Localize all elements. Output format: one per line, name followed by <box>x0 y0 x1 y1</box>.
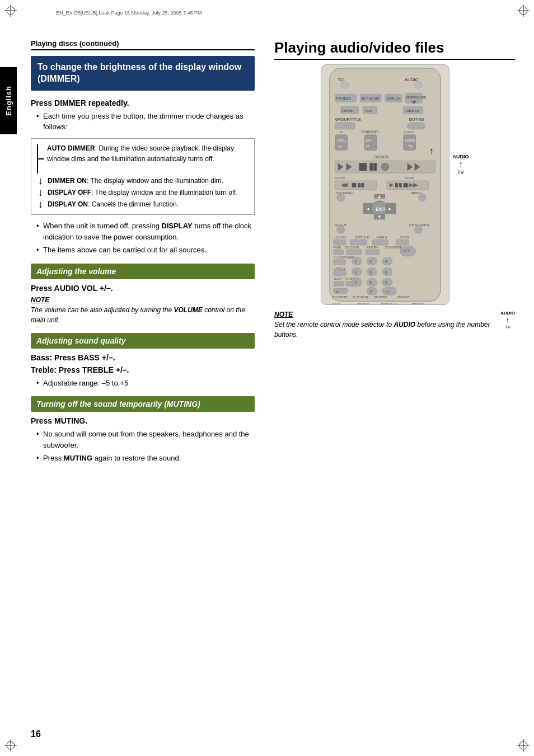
svg-text:SCAN MODE: SCAN MODE <box>385 246 402 249</box>
svg-text:9: 9 <box>385 280 387 284</box>
svg-text:PAGE: PAGE <box>333 246 341 249</box>
reg-mark-br <box>517 739 530 752</box>
svg-text:◄: ◄ <box>366 206 370 212</box>
svg-text:VOL: VOL <box>336 138 345 143</box>
dimmer-bullet-1: Each time you press the button, the dimm… <box>36 111 255 133</box>
svg-text:FM/AM: FM/AM <box>341 109 352 112</box>
svg-text:CHANNEL: CHANNEL <box>361 130 380 134</box>
svg-rect-64 <box>358 183 360 187</box>
muting-bullet-1: No sound will come out from the speakers… <box>36 429 255 450</box>
svg-text:DIMMER: DIMMER <box>405 109 419 112</box>
svg-text:AUX: AUX <box>365 109 372 112</box>
svg-text:CANCEL: CANCEL <box>333 267 345 270</box>
note-heading-1: NOTE <box>31 296 255 304</box>
svg-rect-126 <box>333 281 343 286</box>
page-number: 16 <box>31 729 41 739</box>
dimmer-flow-box: AUTO DIMMER: During the video source pla… <box>31 138 255 215</box>
svg-text:3D PHONIC: 3D PHONIC <box>361 97 380 100</box>
svg-text:7: 7 <box>354 280 357 284</box>
svg-rect-118 <box>352 268 362 276</box>
svg-rect-132 <box>382 279 392 287</box>
svg-text:TV/VIDEO: TV/VIDEO <box>335 97 351 100</box>
dimmer-on-text: DIMMER ON: The display window and the il… <box>48 176 249 186</box>
remote-control-svg: TV AUDIO TV/VIDEO 3D PHONIC DISPLAY OPEN… <box>321 64 449 305</box>
right-note-text: Set the remote control mode selector to … <box>274 320 495 340</box>
blue-box: To change the brightness of the display … <box>31 56 255 91</box>
svg-text:SLOW: SLOW <box>404 176 414 180</box>
svg-point-55 <box>381 163 389 171</box>
muting-bullets: No sound will come out from the speakers… <box>31 429 255 464</box>
svg-text:OPEN/CLOSE: OPEN/CLOSE <box>406 96 426 99</box>
svg-point-75 <box>336 194 344 201</box>
right-note-heading: NOTE <box>274 311 495 318</box>
svg-text:1: 1 <box>354 260 357 264</box>
svg-text:CLOCK/TIMER: CLOCK/TIMER <box>333 256 354 259</box>
svg-rect-122 <box>382 268 392 276</box>
right-column: Playing audio/video files TV AUDIO TV/VI… <box>274 39 515 345</box>
reg-mark-tr <box>517 4 530 17</box>
svg-text:4: 4 <box>354 270 357 274</box>
svg-text:SLEEP: SLEEP <box>333 278 343 281</box>
muting-bullet-2: Press MUTING again to restore the sound. <box>36 453 255 464</box>
remote-area: TV AUDIO TV/VIDEO 3D PHONIC DISPLAY OPEN… <box>274 64 515 345</box>
audio-tv-selector-indicator: AUDIO ↑ TV <box>500 311 515 330</box>
svg-text:A.STANDBY: A.STANDBY <box>332 296 348 299</box>
svg-rect-98 <box>396 240 408 245</box>
adjusting-volume-title: Adjusting the volume <box>36 267 249 276</box>
svg-point-76 <box>418 194 426 201</box>
adjustable-range-list: Adjustable range: –5 to +5 <box>31 378 255 389</box>
bass-heading: Bass: Press BASS +/–. <box>31 353 255 362</box>
svg-text:+/-: +/- <box>366 144 370 148</box>
svg-point-14 <box>340 81 348 89</box>
svg-text:MENU: MENU <box>411 191 420 195</box>
adjusting-sound-bar: Adjusting sound quality <box>31 333 255 349</box>
adjustable-range-item: Adjustable range: –5 to +5 <box>36 378 255 389</box>
svg-text:3: 3 <box>385 260 387 264</box>
svg-text:▼: ▼ <box>377 214 382 219</box>
svg-text:↑: ↑ <box>429 146 434 156</box>
svg-text:6: 6 <box>385 270 387 274</box>
svg-text:GROUP/TITLE: GROUP/TITLE <box>335 118 361 121</box>
svg-text:SLOW: SLOW <box>335 176 345 180</box>
display-bullet-2: When the unit is turned off, pressing DI… <box>36 220 255 242</box>
tv-label: TV <box>457 170 464 175</box>
svg-rect-70 <box>403 183 407 187</box>
svg-rect-112 <box>367 257 377 265</box>
svg-text:CH: CH <box>366 138 371 142</box>
audio-label: AUDIO <box>453 154 469 159</box>
svg-text:AUDIO: AUDIO <box>403 130 414 134</box>
svg-text:▲: ▲ <box>377 194 382 199</box>
turning-off-title: Turning off the sound temporarily (MUTIN… <box>36 400 249 408</box>
svg-rect-65 <box>361 183 364 187</box>
press-dimmer-heading: Press DIMMER repeatedly. <box>31 98 255 107</box>
reg-mark-tl <box>4 4 17 17</box>
reg-mark-bl <box>4 739 17 752</box>
audio-tv-indicator: AUDIO ↑ TV <box>453 154 469 175</box>
svg-text:-10: -10 <box>334 290 339 293</box>
press-muting-heading: Press MUTING. <box>31 416 255 425</box>
display-bullets: When the unit is turned off, pressing DI… <box>31 220 255 256</box>
file-info: EN_EX-D5[USUB].book Page 16 Monday, July… <box>56 10 202 16</box>
svg-text:ZOOM: ZOOM <box>400 236 409 239</box>
svg-rect-52 <box>359 163 367 171</box>
svg-text:DVD LEVEL: DVD LEVEL <box>344 246 359 249</box>
svg-rect-69 <box>399 183 401 187</box>
svg-text:REPEAT: REPEAT <box>411 303 424 305</box>
section-header-left: Playing discs (continued) <box>31 39 255 50</box>
dimmer-bullets: Each time you press the button, the dimm… <box>31 111 255 133</box>
svg-text:PLAY MODE: PLAY MODE <box>353 296 369 299</box>
svg-rect-95 <box>333 240 345 245</box>
svg-text:TV: TV <box>339 130 343 134</box>
svg-point-16 <box>414 81 422 89</box>
svg-text:AUDIO: AUDIO <box>404 139 415 142</box>
adjusting-sound-title: Adjusting sound quality <box>36 336 249 345</box>
svg-rect-68 <box>395 183 397 187</box>
svg-rect-120 <box>367 268 377 276</box>
english-label: English <box>4 86 13 116</box>
svg-text:TOP MENU: TOP MENU <box>335 191 352 195</box>
display-off-text: DISPLAY OFF: The display window and the … <box>48 187 249 198</box>
svg-rect-105 <box>366 250 380 255</box>
display-on-text: DISPLAY ON: Cancels the dimmer function. <box>48 199 249 210</box>
svg-rect-54 <box>373 163 377 171</box>
turning-off-bar: Turning off the sound temporarily (MUTIN… <box>31 396 255 412</box>
